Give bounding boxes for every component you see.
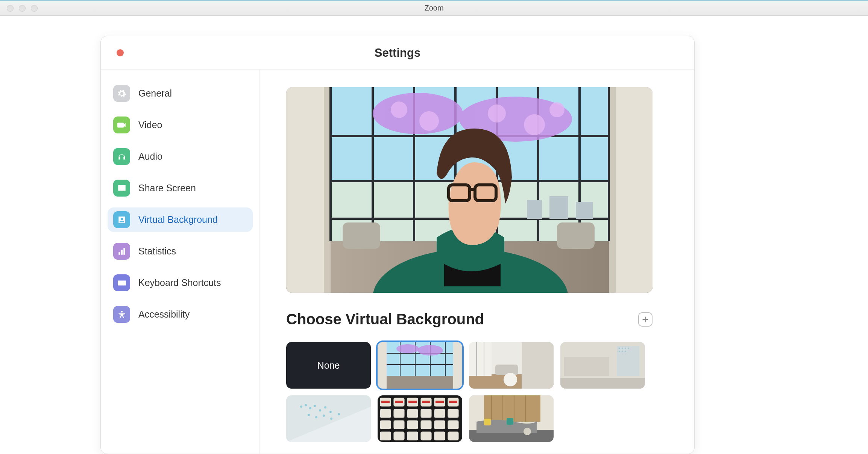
svg-point-48: [417, 345, 443, 356]
sidebar-item-label: Share Screen: [138, 183, 196, 194]
svg-rect-40: [387, 342, 453, 376]
svg-point-77: [308, 414, 310, 416]
os-window-title: Zoom: [424, 4, 443, 12]
background-none-label: None: [317, 360, 340, 371]
sidebar-item-share-screen[interactable]: Share Screen: [108, 176, 253, 200]
background-option-lounge-sofa[interactable]: [469, 395, 554, 442]
sidebar-item-label: Accessibility: [138, 309, 190, 320]
svg-rect-97: [393, 420, 405, 429]
svg-point-70: [300, 406, 302, 408]
svg-point-73: [314, 405, 316, 407]
background-option-lobby-atrium[interactable]: [378, 342, 462, 389]
svg-rect-31: [557, 222, 595, 249]
svg-point-20: [373, 93, 463, 134]
traffic-light-close-icon[interactable]: [7, 5, 14, 12]
sidebar-item-label: Statistics: [138, 246, 176, 257]
svg-rect-112: [436, 401, 444, 403]
svg-rect-101: [448, 420, 459, 429]
svg-rect-65: [622, 351, 623, 352]
svg-rect-121: [484, 419, 491, 425]
background-option-concrete-wall[interactable]: [560, 342, 645, 389]
plus-icon: [641, 315, 649, 324]
svg-rect-115: [484, 395, 540, 422]
svg-rect-90: [380, 409, 391, 418]
settings-panel-virtual-background: Choose Virtual Background None: [260, 70, 694, 454]
svg-rect-39: [453, 342, 462, 389]
svg-rect-60: [619, 348, 620, 349]
svg-point-22: [391, 101, 407, 118]
svg-point-81: [338, 413, 340, 415]
os-window-titlebar: Zoom: [0, 0, 868, 16]
background-thumbnails: None: [286, 342, 653, 442]
svg-rect-109: [395, 401, 403, 403]
svg-rect-113: [449, 401, 457, 403]
svg-point-79: [323, 415, 325, 417]
traffic-light-minimize-icon[interactable]: [19, 5, 26, 12]
headphones-icon: [113, 148, 130, 165]
svg-rect-58: [560, 378, 645, 389]
svg-point-123: [524, 428, 531, 435]
sidebar-item-label: Audio: [138, 151, 162, 162]
svg-rect-102: [380, 431, 391, 440]
svg-point-47: [396, 344, 419, 353]
svg-rect-92: [407, 409, 418, 418]
svg-rect-61: [622, 348, 623, 349]
keyboard-icon: [113, 274, 130, 291]
svg-rect-37: [378, 376, 462, 389]
sidebar-item-accessibility[interactable]: Accessibility: [108, 302, 253, 327]
sidebar-item-virtual-background[interactable]: Virtual Background: [108, 207, 253, 232]
svg-rect-67: [564, 357, 609, 376]
svg-rect-59: [617, 346, 639, 376]
svg-rect-100: [434, 420, 445, 429]
sidebar-item-statistics[interactable]: Statistics: [108, 239, 253, 263]
svg-point-56: [504, 373, 517, 386]
sidebar-item-keyboard-shortcuts[interactable]: Keyboard Shortcuts: [108, 271, 253, 295]
svg-rect-106: [434, 431, 445, 440]
traffic-light-zoom-icon[interactable]: [31, 5, 38, 12]
accessibility-icon: [113, 306, 130, 323]
svg-rect-122: [507, 418, 513, 425]
settings-window: Settings General Video Audio Share Scree…: [100, 36, 695, 454]
sidebar-item-label: Virtual Background: [138, 214, 218, 225]
svg-rect-96: [380, 420, 391, 429]
preview-scene-icon: [286, 87, 653, 293]
video-preview: [286, 87, 653, 293]
svg-rect-104: [407, 431, 418, 440]
portrait-icon: [113, 211, 130, 228]
svg-point-24: [488, 104, 506, 123]
sidebar-item-label: Video: [138, 120, 162, 130]
svg-point-72: [309, 407, 311, 409]
svg-point-76: [329, 411, 332, 413]
svg-rect-91: [393, 409, 405, 418]
share-screen-icon: [113, 180, 130, 197]
svg-rect-99: [420, 420, 432, 429]
bar-chart-icon: [113, 243, 130, 260]
background-option-none[interactable]: None: [286, 342, 371, 389]
svg-rect-52: [469, 342, 492, 376]
sidebar-item-audio[interactable]: Audio: [108, 144, 253, 169]
svg-rect-62: [625, 348, 626, 349]
svg-rect-64: [619, 351, 620, 352]
sidebar-item-general[interactable]: General: [108, 81, 253, 106]
sidebar-item-video[interactable]: Video: [108, 113, 253, 137]
svg-rect-98: [407, 420, 418, 429]
svg-rect-55: [495, 365, 518, 375]
svg-rect-108: [381, 401, 390, 403]
svg-rect-66: [625, 351, 626, 352]
svg-point-23: [419, 111, 439, 131]
svg-rect-103: [393, 431, 405, 440]
svg-rect-95: [448, 409, 459, 418]
video-icon: [113, 117, 130, 133]
background-option-modern-living[interactable]: [469, 342, 554, 389]
svg-rect-28: [549, 196, 568, 219]
svg-point-25: [524, 114, 545, 135]
section-title-virtual-background: Choose Virtual Background: [286, 311, 484, 328]
settings-sidebar: General Video Audio Share Screen Virtual…: [101, 70, 260, 454]
background-option-cans-pattern[interactable]: [378, 395, 462, 442]
add-background-button[interactable]: [638, 312, 653, 327]
background-option-glass-pattern[interactable]: [286, 395, 371, 442]
sidebar-item-label: General: [138, 88, 172, 99]
settings-header: Settings: [101, 36, 694, 70]
close-settings-icon[interactable]: [117, 49, 124, 56]
svg-rect-3: [286, 87, 328, 293]
